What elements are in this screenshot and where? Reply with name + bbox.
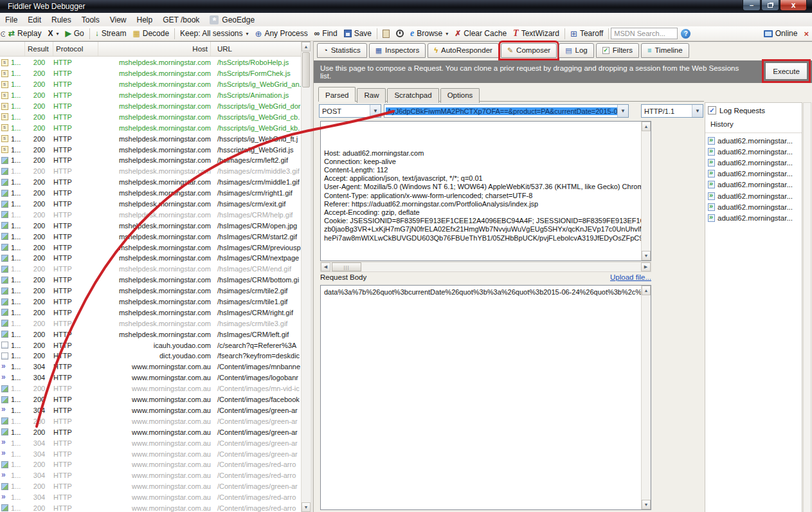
table-row[interactable]: 1... 200 HTTP www.morningstar.com.au /Co… xyxy=(0,503,301,512)
chevron-down-icon[interactable]: ▼ xyxy=(370,105,381,117)
clear-cache-button[interactable]: ✗Clear Cache xyxy=(451,28,510,39)
table-row[interactable]: 1... 200 HTTP mshelpdesk.morningstar.com… xyxy=(0,199,301,210)
table-row[interactable]: 1... 200 HTTP www.morningstar.com.au /Co… xyxy=(0,426,301,437)
table-row[interactable]: 1... 304 HTTP www.morningstar.com.au /Co… xyxy=(0,448,301,459)
menu-item[interactable]: View xyxy=(105,14,132,26)
keep-sessions-dropdown[interactable]: Keep: All sessions▾ xyxy=(177,28,251,39)
column-header-result[interactable]: Result xyxy=(25,42,53,56)
table-row[interactable]: 1... 200 HTTP mshelpdesk.morningstar.com… xyxy=(0,79,301,90)
request-body-textarea[interactable]: data%3a%7b%26quot%3bcurrentDate%26quot%3… xyxy=(320,285,651,510)
table-row[interactable]: 1... 200 HTTP mshelpdesk.morningstar.com… xyxy=(0,231,301,242)
table-row[interactable]: 1... 200 HTTP dict.youdao.com /fsearch?k… xyxy=(0,351,301,361)
execute-button[interactable]: Execute xyxy=(765,62,807,80)
upload-file-link[interactable]: Upload file... xyxy=(610,273,651,281)
table-row[interactable]: 1... 200 HTTP mshelpdesk.morningstar.com… xyxy=(0,275,301,286)
go-button[interactable]: ▶Go xyxy=(62,28,87,39)
chevron-down-icon[interactable]: ▼ xyxy=(692,105,703,117)
table-row[interactable]: 1... 200 HTTP mshelpdesk.morningstar.com… xyxy=(0,188,301,199)
scrollbar-thumb[interactable]: ||| xyxy=(332,262,361,271)
timer-button[interactable] xyxy=(393,28,407,39)
scroll-up-icon[interactable]: ▲ xyxy=(642,286,651,295)
main-tab[interactable]: Inspectors xyxy=(369,43,426,58)
main-tab[interactable]: Composer xyxy=(501,43,557,58)
menu-item[interactable]: Help xyxy=(132,14,158,26)
request-headers-textarea[interactable]: Host: aduatl62.morningstar.comConnection… xyxy=(320,121,651,261)
headers-horizontal-scrollbar[interactable]: ◀ ||| ▶ xyxy=(320,262,651,272)
table-row[interactable]: 1... 200 HTTP mshelpdesk.morningstar.com… xyxy=(0,166,301,177)
list-item[interactable]: aduatl62.morningstar... xyxy=(705,169,802,179)
remove-sessions-button[interactable]: X▾ xyxy=(44,28,62,39)
main-tab[interactable]: AutoResponder xyxy=(428,43,499,58)
table-row[interactable]: 1... 200 HTTP mshelpdesk.morningstar.com… xyxy=(0,57,301,68)
headers-vertical-scrollbar[interactable]: ▲ ▼ xyxy=(641,122,651,261)
composer-subtab[interactable]: Options xyxy=(440,88,480,103)
textwizard-button[interactable]: TTextWizard xyxy=(510,27,563,40)
msdn-search-input[interactable] xyxy=(611,28,678,39)
minimize-button[interactable]: – xyxy=(743,0,761,11)
chevron-down-icon[interactable]: ▼ xyxy=(617,105,628,117)
table-row[interactable]: 1... 200 HTTP mshelpdesk.morningstar.com… xyxy=(0,318,301,329)
table-row[interactable]: 1... 200 HTTP www.morningstar.com.au /Co… xyxy=(0,394,301,405)
tearoff-button[interactable]: ⊞Tearoff xyxy=(567,28,606,39)
composer-subtab[interactable]: Scratchpad xyxy=(387,88,438,103)
stream-button[interactable]: ↓Stream xyxy=(92,28,130,39)
menu-item[interactable]: Tools xyxy=(77,14,105,26)
winconfig-icon[interactable]: ⊙ xyxy=(0,29,5,39)
table-row[interactable]: 1... 200 HTTP mshelpdesk.morningstar.com… xyxy=(0,297,301,307)
scroll-down-icon[interactable]: ▼ xyxy=(642,251,651,261)
table-row[interactable]: 1... 304 HTTP www.morningstar.com.au /Co… xyxy=(0,437,301,448)
table-row[interactable]: 1... 200 HTTP mshelpdesk.morningstar.com… xyxy=(0,90,301,101)
menu-item[interactable]: File xyxy=(0,14,23,26)
list-item[interactable]: aduatl62.morningstar... xyxy=(705,201,802,212)
table-row[interactable]: 1... 200 HTTP mshelpdesk.morningstar.com… xyxy=(0,122,301,133)
scrollbar-thumb[interactable] xyxy=(302,52,310,87)
screenshot-button[interactable] xyxy=(379,28,393,39)
table-row[interactable]: 1... 200 HTTP mshelpdesk.morningstar.com… xyxy=(0,133,301,144)
table-row[interactable]: 1... 304 HTTP www.morningstar.com.au /Co… xyxy=(0,470,301,481)
main-tab[interactable]: Log xyxy=(559,43,594,58)
table-row[interactable]: 1... 304 HTTP www.morningstar.com.au /Co… xyxy=(0,405,301,416)
table-row[interactable]: 1... 304 HTTP www.morningstar.com.au /Co… xyxy=(0,492,301,503)
history-scrollbar[interactable] xyxy=(803,102,811,512)
table-row[interactable]: 1... 200 HTTP mshelpdesk.morningstar.com… xyxy=(0,307,301,318)
scroll-down-icon[interactable]: ▼ xyxy=(302,502,311,512)
column-header-url[interactable]: URL xyxy=(211,42,311,56)
method-select[interactable]: POST ▼ xyxy=(319,104,381,118)
menu-item[interactable]: GET /book xyxy=(158,14,204,26)
list-item[interactable]: aduatl62.morningstar... xyxy=(705,157,802,168)
restore-button[interactable] xyxy=(761,0,779,11)
decode-button[interactable]: ▦Decode xyxy=(129,28,172,39)
column-header-number[interactable] xyxy=(0,42,25,56)
replay-button[interactable]: ⇄Replay xyxy=(5,28,44,39)
scroll-left-icon[interactable]: ◀ xyxy=(321,262,330,271)
scroll-up-icon[interactable]: ▲ xyxy=(302,42,311,51)
main-tab[interactable]: Statistics xyxy=(317,43,367,58)
composer-subtab[interactable]: Raw xyxy=(357,88,386,103)
menu-item[interactable]: Edit xyxy=(23,14,46,26)
url-input[interactable]: AyJ6dpCBkFiwmMA2PhCTXp7OFA==&product=PA&… xyxy=(384,104,629,118)
main-tab[interactable]: Timeline xyxy=(641,43,689,58)
table-row[interactable]: 1... 200 HTTP mshelpdesk.morningstar.com… xyxy=(0,111,301,122)
toolbar-close-button[interactable]: × xyxy=(800,28,812,40)
table-row[interactable]: 1... 200 HTTP icauh.youdao.com /c/search… xyxy=(0,340,301,351)
table-row[interactable]: 1... 200 HTTP www.morningstar.com.au /Co… xyxy=(0,383,301,394)
table-row[interactable]: 1... 200 HTTP mshelpdesk.morningstar.com… xyxy=(0,329,301,340)
main-tab[interactable]: Filters xyxy=(596,43,639,58)
list-item[interactable]: aduatl62.morningstar... xyxy=(705,212,802,223)
table-row[interactable]: 1... 200 HTTP www.morningstar.com.au /Co… xyxy=(0,481,301,492)
column-header-protocol[interactable]: Protocol xyxy=(53,42,98,56)
table-row[interactable]: 1... 200 HTTP www.morningstar.com.au /Co… xyxy=(0,416,301,426)
body-vertical-scrollbar[interactable]: ▲ ▼ xyxy=(641,286,651,509)
menu-item[interactable]: Rules xyxy=(46,14,77,26)
table-row[interactable]: 1... 200 HTTP www.morningstar.com.au /Co… xyxy=(0,459,301,470)
table-row[interactable]: 1... 200 HTTP mshelpdesk.morningstar.com… xyxy=(0,144,301,155)
list-item[interactable]: aduatl62.morningstar... xyxy=(705,190,802,201)
table-row[interactable]: 1... 304 HTTP www.morningstar.com.au /Co… xyxy=(0,361,301,372)
table-row[interactable]: 1... 200 HTTP mshelpdesk.morningstar.com… xyxy=(0,242,301,253)
http-version-select[interactable]: HTTP/1.1 ▼ xyxy=(641,104,703,118)
save-button[interactable]: Save xyxy=(341,28,375,39)
scroll-down-icon[interactable]: ▼ xyxy=(642,500,651,509)
table-row[interactable]: 1... 200 HTTP mshelpdesk.morningstar.com… xyxy=(0,155,301,166)
table-row[interactable]: 1... 200 HTTP mshelpdesk.morningstar.com… xyxy=(0,209,301,220)
composer-subtab[interactable]: Parsed xyxy=(318,87,356,102)
